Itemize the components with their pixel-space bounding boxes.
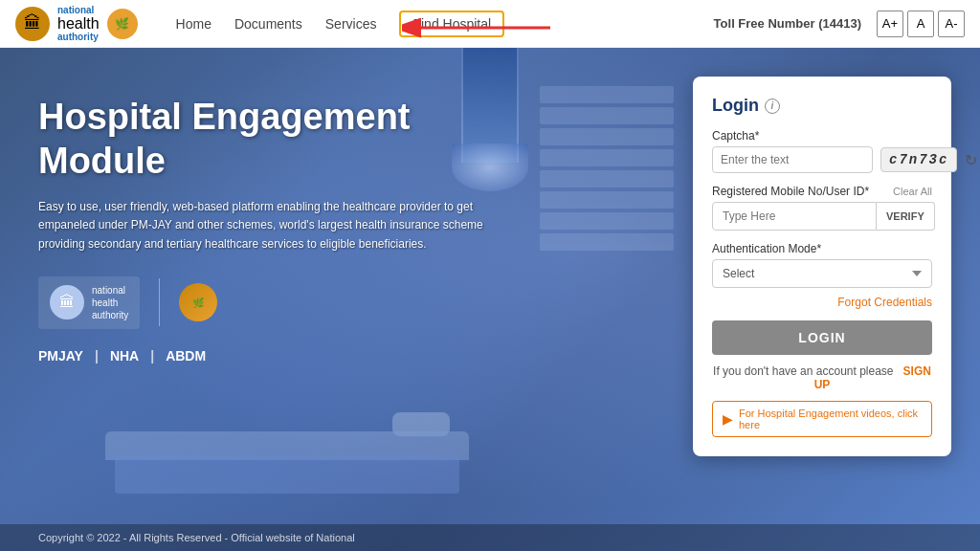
signup-row: If you don't have an account please SIGN… <box>712 364 932 391</box>
nav-home[interactable]: Home <box>176 16 212 32</box>
hero-description: Easy to use, user friendly, web-based pl… <box>38 198 498 253</box>
nav-services[interactable]: Services <box>325 16 377 32</box>
hero-links-row: PMJAY | NHA | ABDM <box>38 348 565 364</box>
captcha-row: c7n73c ↻ <box>712 146 932 173</box>
mobile-label: Registered Mobile No/User ID* <box>712 185 869 198</box>
nha-emblem-icon: 🏛 <box>15 7 50 41</box>
nha-link[interactable]: NHA <box>110 348 139 364</box>
nha-logo-text: national health authority <box>57 5 100 43</box>
verify-button[interactable]: VERIFY <box>877 202 935 231</box>
logo-area: 🏛 national health authority 🌿 <box>15 5 138 43</box>
header: 🏛 national health authority 🌿 Home Docum… <box>0 0 980 48</box>
hero-logo-badges: 🏛 national health authority 🌿 <box>38 276 565 329</box>
captcha-label: Captcha* <box>712 129 932 143</box>
nha-badge-text: national health authority <box>92 284 128 321</box>
main-nav: Home Documents Services Find Hospital <box>176 11 714 37</box>
login-info-icon: i <box>765 99 780 114</box>
mobile-label-row: Registered Mobile No/User ID* Clear All <box>712 185 932 198</box>
captcha-code-display: c7n73c <box>880 147 957 172</box>
login-button[interactable]: LOGIN <box>712 320 932 355</box>
hero-title: Hospital Engagement Module <box>38 96 565 183</box>
pmjay-badge: 🌿 <box>179 283 217 321</box>
auth-label: Authentication Mode* <box>712 242 932 255</box>
nha-badge: 🏛 national health authority <box>38 276 140 329</box>
nha-badge-icon: 🏛 <box>50 285 84 320</box>
auth-mode-select[interactable]: Select <box>712 259 932 288</box>
pmjay-link[interactable]: PMJAY <box>38 348 83 364</box>
mobile-input[interactable] <box>712 202 877 231</box>
badge-divider <box>159 278 160 326</box>
hero-section: Hospital Engagement Module Easy to use, … <box>0 48 980 551</box>
toll-free-info: Toll Free Number (14413) <box>714 16 861 31</box>
font-increase-button[interactable]: A+ <box>877 11 903 37</box>
hero-content: Hospital Engagement Module Easy to use, … <box>38 96 565 364</box>
login-title: Login i <box>712 96 932 116</box>
nav-documents[interactable]: Documents <box>234 16 302 32</box>
youtube-icon: ▶ <box>723 411 733 427</box>
nav-find-hospital[interactable]: Find Hospital <box>399 11 504 37</box>
font-controls: A+ A A- <box>877 11 965 37</box>
captcha-input[interactable] <box>712 146 873 173</box>
font-decrease-button[interactable]: A- <box>938 11 965 37</box>
abdm-link[interactable]: ABDM <box>166 348 206 364</box>
footer: Copyright © 2022 - All Rights Reserved -… <box>0 524 980 551</box>
font-normal-button[interactable]: A <box>907 11 934 37</box>
clear-all-button[interactable]: Clear All <box>893 186 932 197</box>
mobile-input-row: VERIFY <box>712 202 932 231</box>
forgot-credentials-link[interactable]: Forgot Credentials <box>712 296 932 309</box>
hospital-bed-decor <box>96 379 479 494</box>
login-card: Login i Captcha* c7n73c ↻ Registered Mob… <box>693 77 951 456</box>
pmjay-circle-icon: 🌿 <box>179 283 217 321</box>
pmjay-logo-icon: 🌿 <box>107 9 138 39</box>
youtube-video-link[interactable]: ▶ For Hospital Engagement videos, click … <box>712 401 932 437</box>
captcha-refresh-icon[interactable]: ↻ <box>965 151 977 169</box>
youtube-link-text: For Hospital Engagement videos, click he… <box>739 408 922 430</box>
